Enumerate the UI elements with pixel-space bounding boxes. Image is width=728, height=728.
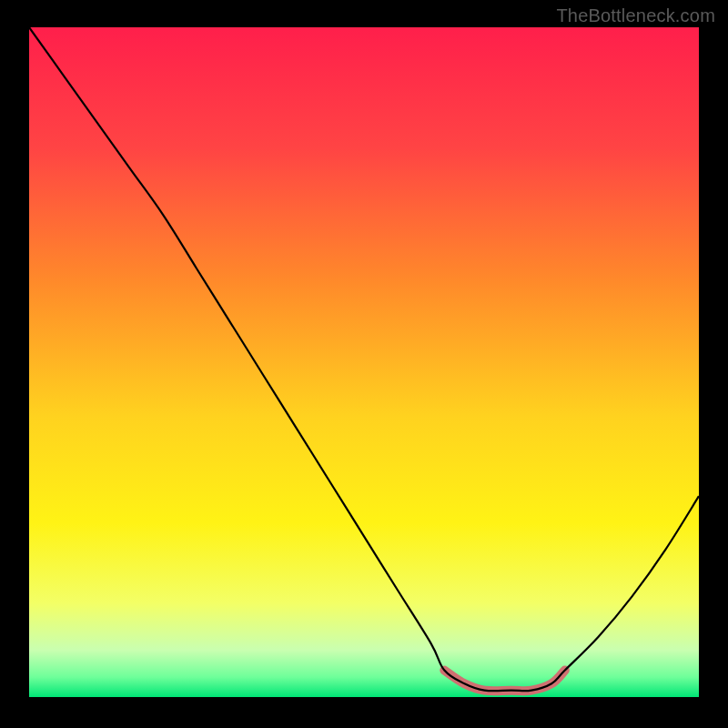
plot-area — [29, 27, 699, 697]
watermark-text: TheBottleneck.com — [556, 5, 715, 26]
gradient-background — [29, 27, 699, 697]
bottleneck-chart — [29, 27, 699, 697]
chart-stage: TheBottleneck.com — [0, 0, 728, 728]
